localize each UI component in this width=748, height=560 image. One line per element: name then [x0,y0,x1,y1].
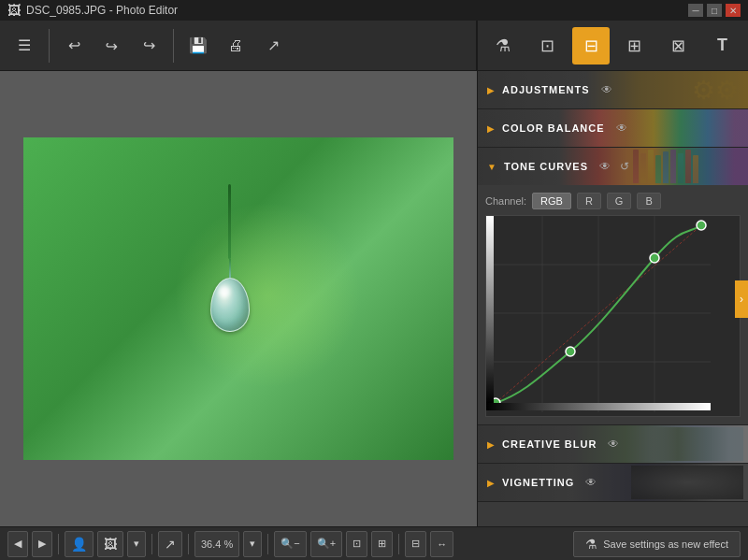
export2-button[interactable]: ↗ [158,531,182,557]
layers-tool-button[interactable]: ⊞ [616,27,654,65]
svg-rect-11 [486,403,711,410]
tonecurves-title: TONE CURVES [504,161,588,172]
colorbalance-section[interactable]: ▶ COLOR BALANCE 👁 [478,109,748,148]
view-toggle-button[interactable]: ▾ [127,531,146,557]
creativeblur-header[interactable]: ▶ CREATIVE BLUR 👁 [478,425,748,463]
scroll-arrow[interactable]: › [735,280,748,318]
status-sep-3 [188,534,189,554]
next-image-button[interactable]: ▶ [32,531,52,557]
creativeblur-title: CREATIVE BLUR [502,438,597,450]
text-tool-button[interactable]: T [704,27,741,65]
save-icon: ⚗ [585,537,597,552]
zoom-out-button[interactable]: 🔍− [274,531,306,557]
prev-image-button[interactable]: ◀ [7,531,28,557]
vignetting-section[interactable]: ▶ VIGNETTING 👁 [478,464,748,502]
svg-point-7 [566,347,575,356]
channel-row: Channel: RGB R G B [485,193,741,209]
canvas-area [0,71,477,526]
tonecurves-section[interactable]: ▼ TONE CURVES 👁 ↺ Channel: RGB R G B [478,148,748,425]
compare-button[interactable]: ↔ [430,531,453,557]
fit-button[interactable]: 👤 [65,531,94,557]
save-new-effect-button[interactable]: ⚗ Save settings as new effect [573,531,741,557]
tonecurves-content: Channel: RGB R G B [478,185,748,424]
creativeblur-header-content: ▶ CREATIVE BLUR 👁 [487,438,619,451]
save-label: Save settings as new effect [603,538,728,550]
title-bar: 🖼 DSC_0985.JPG - Photo Editor ─ □ ✕ [0,0,748,21]
right-toolbar: ⚗ ⊡ ⊟ ⊞ ⊠ T [477,21,748,71]
toolbar-separator [49,29,50,63]
filter-tool-button[interactable]: ⊠ [660,27,698,65]
svg-point-9 [697,221,706,230]
right-panel: ⚙⚙ ▶ ADJUSTMENTS 👁 ▶ COLOR BALANCE 👁 [477,71,748,526]
colorbalance-eye-icon[interactable]: 👁 [616,122,627,135]
window-title: DSC_0985.JPG - Photo Editor [26,4,178,17]
tonecurves-reset-icon[interactable]: ↺ [620,160,629,173]
svg-point-8 [650,253,659,263]
creativeblur-eye-icon[interactable]: 👁 [608,438,619,451]
zoom-label[interactable]: 36.4 % [194,531,239,557]
status-sep-5 [398,534,399,554]
undo-button[interactable]: ↩ [57,29,91,63]
vignetting-header[interactable]: ▶ VIGNETTING 👁 [478,464,748,501]
vignetting-arrow: ▶ [487,478,495,488]
adjustments-eye-icon[interactable]: 👁 [601,83,612,96]
close-button[interactable]: ✕ [726,4,741,17]
maximize-button[interactable]: □ [707,4,722,17]
adjustments-title: ADJUSTMENTS [502,84,590,95]
save-button[interactable]: 💾 [181,29,215,63]
zoom-down-button[interactable]: ▾ [243,531,262,557]
print-button[interactable]: 🖨 [219,29,252,63]
title-bar-left: 🖼 DSC_0985.JPG - Photo Editor [7,3,178,18]
svg-rect-12 [486,216,494,403]
colorbalance-header[interactable]: ▶ COLOR BALANCE 👁 [478,109,748,147]
colorbalance-arrow: ▶ [487,123,495,134]
stem [228,184,231,259]
crop-tool-button[interactable]: ⊡ [528,27,566,65]
curves-graph[interactable] [485,215,741,417]
vignetting-header-content: ▶ VIGNETTING 👁 [487,476,597,489]
toolbar-separator-2 [173,29,174,63]
title-bar-controls: ─ □ ✕ [688,4,741,17]
water-drop [210,184,250,332]
photo-container [23,137,453,460]
vignetting-title: VIGNETTING [502,477,574,488]
adjustments-section[interactable]: ⚙⚙ ▶ ADJUSTMENTS 👁 [478,71,748,109]
photo-background [23,137,453,460]
flask-tool-button[interactable]: ⚗ [484,27,522,65]
channel-g-button[interactable]: G [607,193,632,209]
creativeblur-arrow: ▶ [487,439,495,450]
tonecurves-header[interactable]: ▼ TONE CURVES 👁 ↺ [478,148,748,185]
export-button[interactable]: ↗ [256,29,290,63]
adjust-tool-button[interactable]: ⊟ [572,27,610,65]
redo-left-button[interactable]: ↩ [94,29,128,63]
main-toolbar: ☰ ↩ ↩ ↪ 💾 🖨 ↗ [0,21,477,71]
app-icon: 🖼 [7,3,21,18]
status-sep-2 [151,534,152,554]
status-sep-1 [58,534,59,554]
channel-b-button[interactable]: B [637,193,660,209]
zoom-in-button[interactable]: 🔍+ [310,531,342,557]
zoom-100-button[interactable]: ⊞ [371,531,393,557]
channel-rgb-button[interactable]: RGB [532,193,571,209]
adjustments-header-content: ▶ ADJUSTMENTS 👁 [487,83,612,96]
tonecurves-header-content: ▼ TONE CURVES 👁 ↺ [487,160,629,173]
tonecurves-eye-icon[interactable]: 👁 [599,160,611,173]
status-bar: ◀ ▶ 👤 🖼 ▾ ↗ 36.4 % ▾ 🔍− 🔍+ ⊡ ⊞ ⊟ ↔ ⚗ Sav… [0,526,748,560]
vignetting-eye-icon[interactable]: 👁 [585,476,597,489]
colorbalance-title: COLOR BALANCE [502,122,605,134]
colorbalance-header-content: ▶ COLOR BALANCE 👁 [487,122,627,135]
history-button[interactable]: ⊟ [405,531,426,557]
creativeblur-section[interactable]: ▶ CREATIVE BLUR 👁 [478,425,748,464]
channel-label: Channel: [485,195,526,207]
main-area: ⚙⚙ ▶ ADJUSTMENTS 👁 ▶ COLOR BALANCE 👁 [0,71,748,526]
curves-svg [486,216,711,412]
menu-button[interactable]: ☰ [7,29,41,63]
redo-button[interactable]: ↪ [132,29,165,63]
fit-view-button[interactable]: ⊡ [346,531,367,557]
minimize-button[interactable]: ─ [688,4,703,17]
drop [210,278,250,332]
adjustments-arrow: ▶ [487,85,495,95]
view-button[interactable]: 🖼 [97,531,123,557]
channel-r-button[interactable]: R [577,193,601,209]
adjustments-header[interactable]: ⚙⚙ ▶ ADJUSTMENTS 👁 [478,71,748,108]
